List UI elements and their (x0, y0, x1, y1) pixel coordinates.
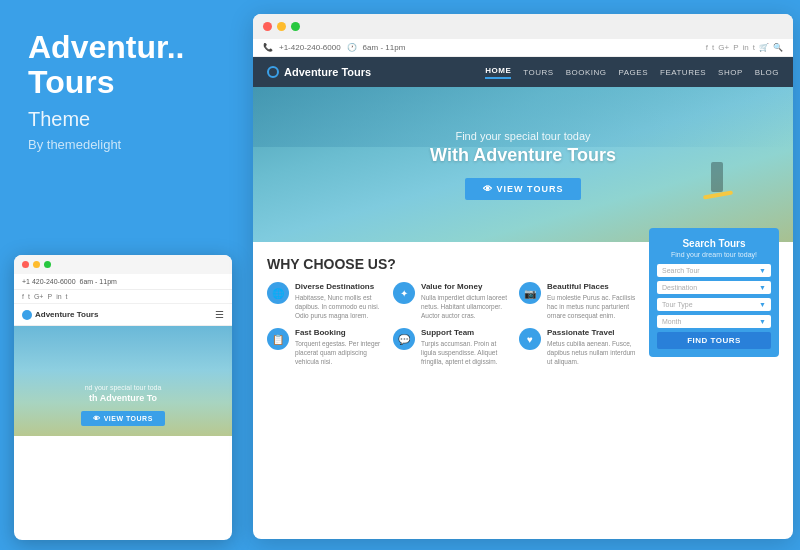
value-icon: ✦ (393, 282, 415, 304)
search-tour-label: Search Tour (662, 267, 700, 274)
search-icon[interactable]: 🔍 (773, 43, 783, 52)
social-tu[interactable]: t (753, 43, 755, 52)
social-p: P (47, 293, 52, 300)
month-label: Month (662, 318, 681, 325)
mobile-dot-red (22, 261, 29, 268)
mobile-hours: 6am - 11pm (80, 278, 117, 285)
theme-subtitle: Theme (28, 108, 220, 131)
mobile-cta-button[interactable]: 👁 VIEW TOURS (81, 411, 165, 426)
why-item-support-title: Support Team (421, 328, 513, 337)
why-item-passionate: ♥ Passionate Travel Metus cubilia aenean… (519, 328, 639, 366)
search-field-month[interactable]: Month ▼ (657, 315, 771, 328)
hero-cta-button[interactable]: 👁 VIEW TOURS (465, 178, 582, 200)
why-item-diverse: 🌐 Diverse Destinations Habitasse, Nunc m… (267, 282, 387, 320)
mobile-dot-green (44, 261, 51, 268)
theme-author: By themedelight (28, 137, 220, 152)
social-fb[interactable]: f (706, 43, 708, 52)
why-item-diverse-title: Diverse Destinations (295, 282, 387, 291)
why-item-beautiful: 📷 Beautiful Places Eu molestie Purus ac.… (519, 282, 639, 320)
find-tours-button[interactable]: FIND TOURS (657, 332, 771, 349)
browser-logo-text: Adventure Tours (284, 66, 371, 78)
why-item-passionate-text: Metus cubilia aenean. Fusce, dapibus net… (547, 339, 639, 366)
mobile-preview: +1 420-240-6000 6am - 11pm f t G+ P in t… (14, 255, 232, 540)
mobile-cta-label: VIEW TOURS (104, 415, 153, 422)
hero-surfer-illustration (653, 122, 733, 222)
globe-icon: 🌐 (267, 282, 289, 304)
why-item-support-content: Support Team Turpis accumsan. Proin at l… (421, 328, 513, 366)
support-icon: 💬 (393, 328, 415, 350)
browser-topbar: 📞 +1-420-240-6000 🕐 6am - 11pm f t G+ P … (253, 39, 793, 57)
nav-item-features[interactable]: FEATURES (660, 68, 706, 77)
browser-dot-yellow (277, 22, 286, 31)
search-field-type[interactable]: Tour Type ▼ (657, 298, 771, 311)
chevron-down-icon-2: ▼ (759, 284, 766, 291)
mobile-hamburger-icon[interactable]: ☰ (215, 309, 224, 320)
browser-dot-green (291, 22, 300, 31)
cart-icon[interactable]: 🛒 (759, 43, 769, 52)
mobile-topbar: +1 420-240-6000 6am - 11pm (14, 274, 232, 290)
surfer-board (703, 190, 733, 199)
nav-item-tours[interactable]: TOURS (523, 68, 553, 77)
hero-cta-label: VIEW TOURS (497, 184, 564, 194)
mobile-dot-yellow (33, 261, 40, 268)
why-item-beautiful-text: Eu molestie Purus ac. Facilisis hac in m… (547, 293, 639, 320)
why-item-value-title: Value for Money (421, 282, 513, 291)
browser-hours: 6am - 11pm (363, 43, 406, 52)
booking-icon: 📋 (267, 328, 289, 350)
phone-icon: 📞 (263, 43, 273, 52)
mobile-topbar-left: +1 420-240-6000 6am - 11pm (22, 278, 117, 285)
why-item-fast-text: Torquent egestas. Per integer placerat q… (295, 339, 387, 366)
nav-item-home[interactable]: HOME (485, 66, 511, 79)
mobile-phone: +1 420-240-6000 (22, 278, 76, 285)
chevron-down-icon: ▼ (759, 267, 766, 274)
why-item-fast: 📋 Fast Booking Torquent egestas. Per int… (267, 328, 387, 366)
browser-nav: Adventure Tours HOME TOURS BOOKING PAGES… (253, 57, 793, 87)
search-field-destination[interactable]: Destination ▼ (657, 281, 771, 294)
left-panel: Adventur.. Tours Theme By themedelight +… (0, 0, 248, 550)
social-pi[interactable]: P (733, 43, 738, 52)
browser-hero: Find your special tour today With Advent… (253, 87, 793, 242)
chevron-down-icon-4: ▼ (759, 318, 766, 325)
search-tours-box: Search Tours Find your dream tour today!… (649, 228, 779, 357)
tour-type-label: Tour Type (662, 301, 693, 308)
social-f: f (22, 293, 24, 300)
social-in[interactable]: in (743, 43, 749, 52)
nav-item-booking[interactable]: BOOKING (566, 68, 607, 77)
mobile-hero-big: th Adventure To (89, 393, 157, 403)
browser-menu: HOME TOURS BOOKING PAGES FEATURES SHOP B… (485, 66, 779, 79)
eye2-icon: 👁 (483, 184, 493, 194)
why-item-value-text: Nulla imperdiet dictum laoreet netus. Ha… (421, 293, 513, 320)
why-item-support-text: Turpis accumsan. Proin at ligula suspend… (421, 339, 513, 366)
why-item-value-content: Value for Money Nulla imperdiet dictum l… (421, 282, 513, 320)
logo-circle-icon (267, 66, 279, 78)
why-item-diverse-text: Habitasse, Nunc mollis est dapibus. In c… (295, 293, 387, 320)
why-item-fast-title: Fast Booking (295, 328, 387, 337)
clock-icon: 🕐 (347, 43, 357, 52)
browser-window-dots (253, 14, 793, 39)
social-tw2[interactable]: t (712, 43, 714, 52)
eye-icon: 👁 (93, 415, 101, 422)
why-item-beautiful-title: Beautiful Places (547, 282, 639, 291)
why-item-value: ✦ Value for Money Nulla imperdiet dictum… (393, 282, 513, 320)
mobile-logo: Adventure Tours (22, 310, 98, 320)
heart-icon: ♥ (519, 328, 541, 350)
browser-panel: 📞 +1-420-240-6000 🕐 6am - 11pm f t G+ P … (253, 14, 793, 539)
why-item-support: 💬 Support Team Turpis accumsan. Proin at… (393, 328, 513, 366)
nav-item-blog[interactable]: BLOG (755, 68, 779, 77)
hero-big-text: With Adventure Tours (430, 145, 616, 166)
mobile-social: f t G+ P in t (14, 290, 232, 304)
search-field-tour[interactable]: Search Tour ▼ (657, 264, 771, 277)
destination-label: Destination (662, 284, 697, 291)
why-item-fast-content: Fast Booking Torquent egestas. Per integ… (295, 328, 387, 366)
social-t2: t (66, 293, 68, 300)
mobile-hero-small: nd your special tour toda (85, 384, 162, 391)
hero-small-text: Find your special tour today (455, 130, 590, 142)
nav-item-pages[interactable]: PAGES (619, 68, 648, 77)
nav-item-shop[interactable]: SHOP (718, 68, 743, 77)
why-item-passionate-content: Passionate Travel Metus cubilia aenean. … (547, 328, 639, 366)
browser-topbar-left: 📞 +1-420-240-6000 🕐 6am - 11pm (263, 43, 405, 52)
mobile-logo-icon (22, 310, 32, 320)
why-item-diverse-content: Diverse Destinations Habitasse, Nunc mol… (295, 282, 387, 320)
social-gp[interactable]: G+ (718, 43, 729, 52)
camera-icon: 📷 (519, 282, 541, 304)
